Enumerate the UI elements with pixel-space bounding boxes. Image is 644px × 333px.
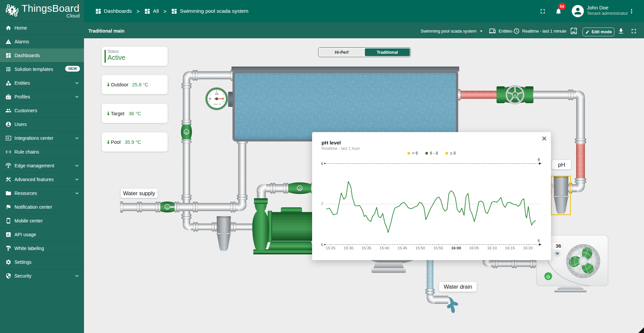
- svg-text:15:25: 15:25: [326, 246, 336, 250]
- svg-text:8: 8: [538, 158, 540, 162]
- svg-text:Water: Water: [213, 103, 218, 105]
- svg-text:16:00: 16:00: [451, 246, 461, 250]
- svg-text:15:40: 15:40: [380, 246, 389, 250]
- svg-text:36: 36: [556, 243, 561, 249]
- svg-text:16:15: 16:15: [505, 246, 515, 250]
- svg-text:E: E: [209, 97, 211, 100]
- svg-text:1/2: 1/2: [215, 92, 218, 95]
- svg-text:6: 6: [538, 239, 540, 243]
- svg-text:15:45: 15:45: [397, 246, 407, 250]
- svg-text:16:10: 16:10: [487, 246, 497, 250]
- svg-text:15:35: 15:35: [361, 246, 371, 250]
- svg-text:7: 7: [321, 202, 323, 206]
- svg-text:6: 6: [321, 243, 323, 247]
- svg-text:8: 8: [321, 162, 323, 166]
- svg-text:15:50: 15:50: [416, 246, 425, 250]
- svg-text:16:05: 16:05: [469, 246, 479, 250]
- svg-text:15:30: 15:30: [344, 246, 353, 250]
- svg-text:16:20: 16:20: [523, 246, 533, 250]
- svg-text:15:55: 15:55: [433, 246, 443, 250]
